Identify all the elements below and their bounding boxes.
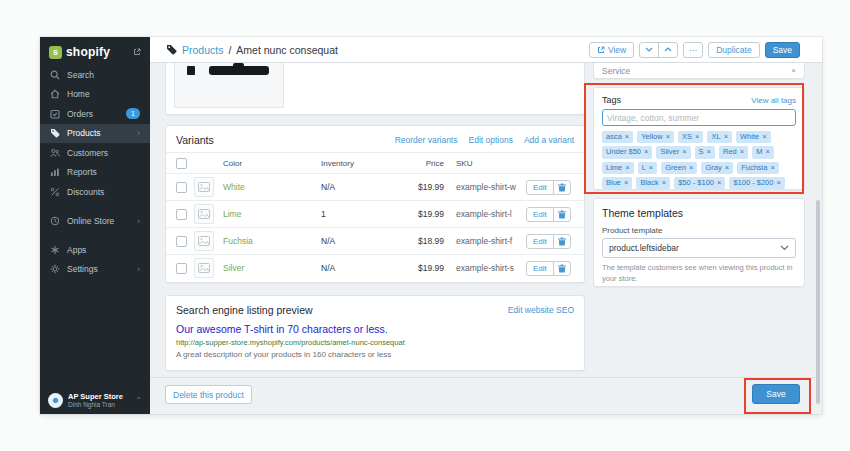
trash-icon (558, 264, 566, 273)
tag-chip-label: White (740, 133, 759, 141)
image-placeholder-icon[interactable] (194, 177, 214, 197)
edit-website-seo-link[interactable]: Edit website SEO (508, 305, 574, 315)
sidebar-item-products[interactable]: Products › (40, 124, 150, 144)
sidebar-item-settings[interactable]: Settings › (40, 260, 150, 280)
variants-table-header: Color Inventory Price SKU (166, 152, 584, 173)
product-template-select[interactable]: product.leftsidebar (602, 238, 796, 258)
view-all-tags-link[interactable]: View all tags (751, 96, 796, 105)
remove-tag-icon[interactable]: × (666, 133, 670, 141)
add-variant-link[interactable]: Add a variant (524, 135, 574, 145)
delete-variant-button[interactable] (553, 234, 571, 249)
tag-chip-label: Yellow (641, 133, 662, 141)
edit-options-link[interactable]: Edit options (468, 135, 512, 145)
breadcrumb-products-link[interactable]: Products (182, 44, 223, 56)
footer-divider (150, 377, 822, 378)
chevron-up-button[interactable] (658, 42, 678, 58)
chevron-down-button[interactable] (639, 42, 659, 58)
row-checkbox[interactable] (176, 236, 187, 247)
image-placeholder-icon[interactable] (194, 231, 214, 251)
remove-tag-icon[interactable]: × (770, 164, 774, 172)
delete-variant-button[interactable] (553, 261, 571, 276)
reorder-variants-link[interactable]: Reorder variants (395, 135, 458, 145)
save-button-bottom[interactable]: Save (752, 384, 800, 404)
external-link-icon[interactable] (133, 48, 141, 56)
tag-chip: White× (736, 131, 771, 143)
tag-chip-label: XS (682, 133, 692, 141)
sidebar-item-discounts[interactable]: Discounts (40, 182, 150, 202)
vertical-scrollbar-thumb[interactable] (816, 200, 820, 404)
tags-card: Tags View all tags asca× Yellow× XS× XL×… (593, 87, 805, 190)
tag-chip: XS× (678, 131, 703, 143)
tags-input[interactable] (602, 109, 796, 126)
row-checkbox[interactable] (176, 182, 187, 193)
tag-chip-label: M (756, 148, 762, 156)
products-tag-icon (50, 128, 60, 138)
tag-chip: Green× (661, 162, 697, 174)
remove-tag-icon[interactable]: × (644, 148, 648, 156)
sidebar-item-online-store[interactable]: Online Store › (40, 212, 150, 232)
seo-preview-description: A great description of your products in … (176, 350, 574, 359)
row-actions: Edit (526, 261, 571, 276)
remove-tag-icon[interactable]: × (625, 133, 629, 141)
remove-tag-icon[interactable]: × (689, 164, 693, 172)
shopify-logo[interactable]: s shopify (40, 37, 150, 67)
edit-variant-button[interactable]: Edit (526, 180, 554, 195)
remove-service-icon[interactable]: × (791, 66, 796, 75)
store-name: AP Super Store (68, 392, 123, 401)
remove-tag-icon[interactable]: × (707, 148, 711, 156)
image-placeholder-icon[interactable] (194, 204, 214, 224)
remove-tag-icon[interactable]: × (725, 164, 729, 172)
main-content: Products / Amet nunc consequat View ··· … (150, 37, 822, 414)
sidebar-item-apps[interactable]: Apps (40, 240, 150, 260)
sidebar-item-reports[interactable]: Reports (40, 163, 150, 183)
breadcrumb: Products / Amet nunc consequat (166, 44, 338, 56)
delete-product-button[interactable]: Delete this product (165, 385, 252, 404)
delete-variant-button[interactable] (553, 207, 571, 222)
product-image-thumbnail[interactable] (174, 63, 284, 108)
remove-tag-icon[interactable]: × (625, 164, 629, 172)
remove-tag-icon[interactable]: × (695, 133, 699, 141)
image-placeholder-icon[interactable] (194, 258, 214, 278)
variant-link[interactable]: Lime (223, 209, 321, 219)
delete-variant-button[interactable] (553, 180, 571, 195)
variant-link[interactable]: Fuchsia (223, 236, 321, 246)
row-checkbox[interactable] (176, 209, 187, 220)
remove-tag-icon[interactable]: × (624, 179, 628, 187)
sidebar-item-customers[interactable]: Customers (40, 143, 150, 163)
edit-variant-button[interactable]: Edit (526, 234, 554, 249)
more-actions-button[interactable]: ··· (683, 42, 703, 58)
tag-chip: M× (752, 146, 774, 158)
remove-tag-icon[interactable]: × (724, 133, 728, 141)
tag-chip: $50 - $100× (674, 177, 725, 189)
brand-name: shopify (66, 45, 110, 59)
edit-variant-button[interactable]: Edit (526, 261, 554, 276)
service-row-card: Service × (593, 63, 805, 79)
remove-tag-icon[interactable]: × (649, 164, 653, 172)
sidebar-item-orders[interactable]: Orders 1 (40, 104, 150, 124)
remove-tag-icon[interactable]: × (740, 148, 744, 156)
table-row: Silver N/A $19.99 example-shirt-s Edit (166, 254, 584, 281)
sidebar-item-home[interactable]: Home (40, 85, 150, 105)
edit-variant-button[interactable]: Edit (526, 207, 554, 222)
remove-tag-icon[interactable]: × (765, 148, 769, 156)
sidebar-item-search[interactable]: Search (40, 65, 150, 85)
account-menu[interactable]: ☻ AP Super Store Dinh Nghia Tran ⌃ (40, 392, 150, 410)
save-button-top[interactable]: Save (765, 42, 800, 58)
view-button[interactable]: View (589, 42, 634, 58)
remove-tag-icon[interactable]: × (682, 148, 686, 156)
variant-link[interactable]: Silver (223, 263, 321, 273)
product-tag-icon (166, 44, 177, 55)
sidebar-item-label: Orders (67, 109, 93, 119)
remove-tag-icon[interactable]: × (662, 179, 666, 187)
tag-chip: Lime× (602, 162, 634, 174)
row-checkbox[interactable] (176, 263, 187, 274)
product-template-value: product.leftsidebar (609, 243, 679, 253)
duplicate-button[interactable]: Duplicate (708, 42, 759, 58)
product-template-label: Product template (602, 226, 796, 235)
select-all-checkbox[interactable] (176, 158, 187, 169)
seo-preview-title[interactable]: Our awesome T-shirt in 70 characters or … (176, 323, 574, 335)
remove-tag-icon[interactable]: × (762, 133, 766, 141)
variant-link[interactable]: White (223, 182, 321, 192)
remove-tag-icon[interactable]: × (776, 179, 780, 187)
remove-tag-icon[interactable]: × (717, 179, 721, 187)
